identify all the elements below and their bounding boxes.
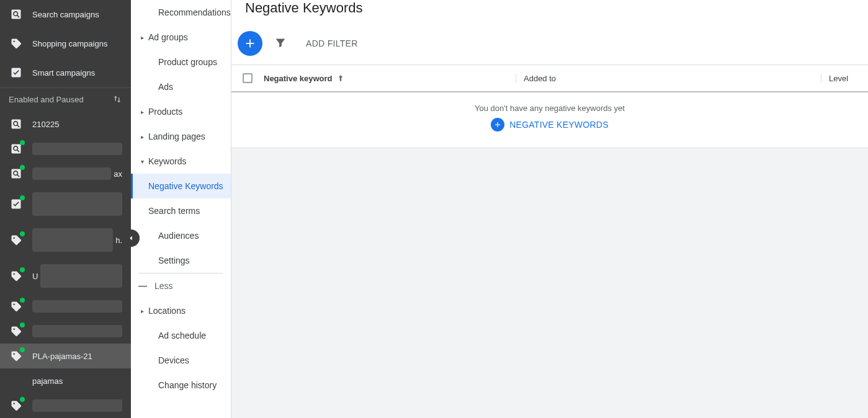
menu-audiences[interactable]: Audiences <box>131 223 231 248</box>
redacted-label <box>40 264 122 288</box>
filter-icon[interactable] <box>274 36 289 51</box>
empty-state-cta[interactable]: NEGATIVE KEYWORDS <box>491 118 609 131</box>
menu-keywords[interactable]: ▾Keywords <box>131 149 231 174</box>
svg-rect-5 <box>12 120 21 129</box>
tag-icon <box>9 233 24 247</box>
menu-label: Landing pages <box>148 131 205 141</box>
left-sidebar: Search campaigns Shopping campaigns Smar… <box>0 0 131 418</box>
campaign-item[interactable] <box>0 294 131 319</box>
tag-icon <box>9 36 24 51</box>
nav-search-campaigns-label: Search campaigns <box>32 10 99 19</box>
menu-ad-schedule[interactable]: Ad schedule <box>131 323 231 348</box>
menu-label: Product groups <box>141 57 217 67</box>
tag-icon <box>9 299 24 314</box>
svg-point-18 <box>13 328 15 330</box>
status-dot <box>20 267 25 272</box>
redacted-label <box>32 325 122 337</box>
menu-label: Settings <box>141 256 190 265</box>
menu-product-groups[interactable]: Product groups <box>131 50 231 74</box>
status-dot <box>20 397 25 402</box>
menu-label: Devices <box>141 355 189 365</box>
menu-label: Audiences <box>141 231 199 241</box>
menu-products[interactable]: ▸Products <box>131 99 231 124</box>
status-dot <box>20 298 25 303</box>
svg-point-19 <box>13 353 15 355</box>
menu-recommendations[interactable]: Recommendations <box>131 0 231 25</box>
menu-landing-pages[interactable]: ▸Landing pages <box>131 124 231 149</box>
redacted-label <box>32 192 122 216</box>
menu-locations[interactable]: ▸Locations <box>131 298 231 323</box>
menu-label: Recommendations <box>141 7 231 17</box>
campaign-item[interactable]: h. <box>0 222 131 258</box>
submenu-negative-keywords[interactable]: Negative Keywords <box>131 174 231 198</box>
tag-icon <box>9 398 24 413</box>
redacted-label <box>32 300 122 313</box>
nav-shopping-campaigns-label: Shopping campaigns <box>32 39 107 48</box>
campaign-filter[interactable]: Enabled and Paused <box>0 87 131 112</box>
svg-rect-0 <box>12 10 21 19</box>
column-added-to-label: Added to <box>524 74 556 83</box>
menu-settings[interactable]: Settings <box>131 248 231 273</box>
redacted-label <box>32 399 122 412</box>
svg-point-15 <box>13 237 15 239</box>
menu-ad-groups[interactable]: ▸Ad groups <box>131 25 231 50</box>
campaign-item[interactable]: 210225 <box>0 112 131 136</box>
campaign-filter-label: Enabled and Paused <box>9 95 84 104</box>
tag-icon <box>9 324 24 339</box>
campaign-item[interactable]: PLA-pajamas-21 <box>0 344 131 368</box>
svg-point-3 <box>13 41 15 43</box>
chevron-right-icon: ▸ <box>136 308 148 314</box>
column-level-label: Level <box>829 74 848 83</box>
menu-label: Keywords <box>148 156 186 166</box>
submenu-search-terms[interactable]: Search terms <box>131 198 231 223</box>
empty-state: You don't have any negative keywords yet… <box>231 92 868 148</box>
nav-search-campaigns[interactable]: Search campaigns <box>0 0 131 29</box>
menu-change-history[interactable]: Change history <box>131 373 231 398</box>
campaign-item[interactable] <box>0 319 131 344</box>
campaign-item[interactable]: ax <box>0 161 131 186</box>
page-title: Negative Keywords <box>245 0 856 17</box>
adgroup-item[interactable]: pajamas <box>0 368 131 393</box>
campaign-label-fragment: U <box>32 272 38 281</box>
chevron-down-icon: ▾ <box>136 158 148 165</box>
add-button[interactable] <box>238 31 262 56</box>
menu-label: Change history <box>141 380 217 390</box>
swap-icon <box>112 94 123 105</box>
table-header: Negative keyword Added to Level <box>231 65 868 92</box>
status-dot <box>20 322 25 327</box>
less-toggle[interactable]: —Less <box>131 273 231 298</box>
nav-smart-campaigns-label: Smart campaigns <box>32 68 95 78</box>
search-box-icon <box>9 117 24 131</box>
menu-ads[interactable]: Ads <box>131 74 231 99</box>
select-all-checkbox[interactable] <box>243 73 253 83</box>
search-box-icon <box>9 166 24 181</box>
nav-shopping-campaigns[interactable]: Shopping campaigns <box>0 29 131 58</box>
campaign-item[interactable] <box>0 136 131 161</box>
menu-label: Ad groups <box>148 32 188 42</box>
toolbar: ADD FILTER <box>231 21 868 65</box>
menu-label: Locations <box>148 306 186 316</box>
campaign-item[interactable] <box>0 186 131 222</box>
add-filter-button[interactable]: ADD FILTER <box>306 38 358 48</box>
status-dot <box>20 195 25 200</box>
campaign-label-fragment: ax <box>114 169 122 179</box>
campaign-item[interactable]: U <box>0 258 131 294</box>
campaign-item[interactable] <box>0 393 131 418</box>
section-sidebar: Recommendations▸Ad groupsProduct groupsA… <box>131 0 231 418</box>
select-all-cell <box>231 73 264 83</box>
less-label: Less <box>154 281 173 291</box>
plus-circle-icon <box>491 118 504 131</box>
column-added-to[interactable]: Added to <box>516 74 821 83</box>
tag-icon <box>9 349 24 363</box>
menu-devices[interactable]: Devices <box>131 348 231 373</box>
status-dot <box>20 347 25 352</box>
menu-label: Ads <box>141 82 173 92</box>
svg-point-16 <box>13 273 15 275</box>
collapse-sidebar-button[interactable] <box>122 229 140 247</box>
nav-smart-campaigns[interactable]: Smart campaigns <box>0 58 131 87</box>
campaign-label-fragment: h. <box>115 236 122 245</box>
column-negative-keyword[interactable]: Negative keyword <box>264 74 516 83</box>
column-level[interactable]: Level <box>821 74 866 83</box>
minus-icon: — <box>137 281 148 291</box>
campaign-list: 210225axh.UPLA-pajamas-21pajamas <box>0 112 131 418</box>
